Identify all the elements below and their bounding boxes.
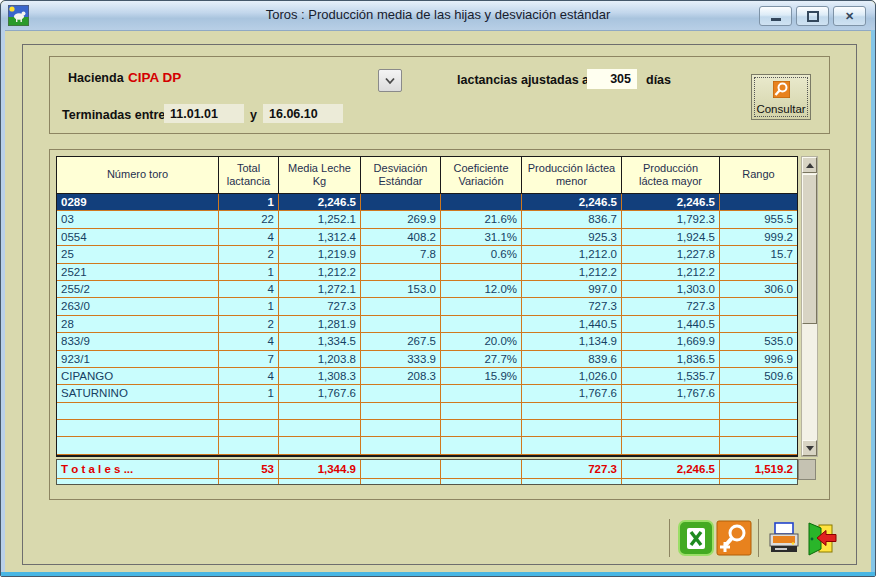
table-cell[interactable]: 153.0 — [361, 281, 441, 297]
table-cell[interactable]: 208.3 — [361, 368, 441, 384]
date-from-input[interactable] — [164, 104, 244, 123]
table-cell[interactable]: 2,246.5 — [279, 194, 361, 210]
table-cell[interactable]: 2521 — [57, 264, 219, 280]
table-cell[interactable]: 1,535.7 — [622, 368, 720, 384]
table-cell[interactable]: 1,212.2 — [279, 264, 361, 280]
table-cell[interactable] — [361, 264, 441, 280]
table-cell[interactable]: 1,312.4 — [279, 229, 361, 245]
scrollbar-thumb[interactable] — [802, 174, 817, 324]
table-cell[interactable]: 727.3 — [522, 298, 622, 314]
table-cell[interactable]: 727.3 — [279, 298, 361, 314]
table-cell[interactable] — [361, 298, 441, 314]
table-cell[interactable]: 1,219.9 — [279, 246, 361, 262]
table-cell[interactable]: 839.6 — [522, 351, 622, 367]
table-cell[interactable]: 1,026.0 — [522, 368, 622, 384]
table-row[interactable]: 2521,219.97.80.6%1,212.01,227.815.7 — [57, 246, 797, 263]
table-cell[interactable]: 1,281.9 — [279, 316, 361, 332]
table-row[interactable]: 028912,246.52,246.52,246.5 — [57, 194, 797, 211]
table-cell[interactable]: 1,212.0 — [522, 246, 622, 262]
table-row[interactable]: CIPANGO41,308.3208.315.9%1,026.01,535.75… — [57, 368, 797, 385]
table-cell[interactable] — [57, 420, 219, 436]
table-cell[interactable]: 4 — [219, 281, 279, 297]
table-cell[interactable] — [720, 298, 797, 314]
table-cell[interactable] — [441, 298, 522, 314]
table-cell[interactable] — [57, 403, 219, 419]
print-button[interactable] — [766, 522, 802, 558]
table-cell[interactable]: 1,212.2 — [522, 264, 622, 280]
table-cell[interactable]: 1,767.6 — [522, 385, 622, 401]
table-cell[interactable]: 255/2 — [57, 281, 219, 297]
hacienda-dropdown-button[interactable] — [378, 69, 402, 92]
table-cell[interactable]: 15.9% — [441, 368, 522, 384]
table-cell[interactable]: 2,246.5 — [522, 194, 622, 210]
table-cell[interactable] — [219, 403, 279, 419]
table-cell[interactable]: 0554 — [57, 229, 219, 245]
table-cell[interactable] — [361, 316, 441, 332]
table-cell[interactable] — [720, 264, 797, 280]
table-cell[interactable]: 7.8 — [361, 246, 441, 262]
table-cell[interactable] — [279, 420, 361, 436]
table-cell[interactable]: 1 — [219, 264, 279, 280]
table-row[interactable] — [57, 403, 797, 420]
table-cell[interactable]: 1,792.3 — [622, 211, 720, 227]
table-cell[interactable]: 1,767.6 — [622, 385, 720, 401]
table-cell[interactable] — [622, 403, 720, 419]
table-cell[interactable] — [361, 385, 441, 401]
table-cell[interactable]: 22 — [219, 211, 279, 227]
table-cell[interactable] — [219, 420, 279, 436]
close-button[interactable]: ✕ — [833, 6, 866, 26]
table-cell[interactable]: 269.9 — [361, 211, 441, 227]
table-cell[interactable]: 1,252.1 — [279, 211, 361, 227]
table-cell[interactable] — [622, 437, 720, 453]
date-to-input[interactable] — [263, 104, 343, 123]
lactancias-input[interactable] — [587, 69, 637, 89]
table-cell[interactable]: 306.0 — [720, 281, 797, 297]
table-cell[interactable] — [441, 420, 522, 436]
table-cell[interactable]: 0289 — [57, 194, 219, 210]
table-row[interactable]: SATURNINO11,767.61,767.61,767.6 — [57, 385, 797, 402]
table-cell[interactable]: 955.5 — [720, 211, 797, 227]
restore-button[interactable] — [796, 6, 829, 26]
table-cell[interactable] — [441, 316, 522, 332]
table-row[interactable]: 055441,312.4408.231.1%925.31,924.5999.2 — [57, 229, 797, 246]
scroll-up-button[interactable] — [802, 157, 817, 173]
excel-export-button[interactable] — [678, 520, 714, 556]
table-cell[interactable]: 20.0% — [441, 333, 522, 349]
table-cell[interactable]: 7 — [219, 351, 279, 367]
table-cell[interactable]: 833/9 — [57, 333, 219, 349]
table-row[interactable] — [57, 437, 797, 454]
table-cell[interactable]: 2 — [219, 246, 279, 262]
table-cell[interactable] — [720, 385, 797, 401]
table-cell[interactable] — [522, 437, 622, 453]
exit-button[interactable] — [804, 522, 840, 558]
table-cell[interactable] — [441, 264, 522, 280]
table-cell[interactable]: 03 — [57, 211, 219, 227]
table-cell[interactable]: 4 — [219, 333, 279, 349]
table-cell[interactable]: 1,334.5 — [279, 333, 361, 349]
table-cell[interactable]: 2,246.5 — [622, 194, 720, 210]
table-cell[interactable]: 535.0 — [720, 333, 797, 349]
table-cell[interactable]: 4 — [219, 368, 279, 384]
vertical-scrollbar[interactable] — [801, 156, 818, 457]
table-cell[interactable]: 0.6% — [441, 246, 522, 262]
table-row[interactable]: 833/941,334.5267.520.0%1,134.91,669.9535… — [57, 333, 797, 350]
table-cell[interactable] — [522, 420, 622, 436]
table-cell[interactable] — [279, 403, 361, 419]
table-cell[interactable] — [219, 437, 279, 453]
table-row[interactable]: 03221,252.1269.921.6%836.71,792.3955.5 — [57, 211, 797, 228]
table-cell[interactable]: 12.0% — [441, 281, 522, 297]
table-cell[interactable]: 1,767.6 — [279, 385, 361, 401]
table-cell[interactable]: 2 — [219, 316, 279, 332]
table-cell[interactable] — [720, 316, 797, 332]
table-cell[interactable]: 333.9 — [361, 351, 441, 367]
table-cell[interactable] — [361, 194, 441, 210]
table-cell[interactable] — [720, 194, 797, 210]
table-cell[interactable] — [361, 437, 441, 453]
table-cell[interactable]: 997.0 — [522, 281, 622, 297]
table-cell[interactable]: 28 — [57, 316, 219, 332]
zoom-button[interactable] — [716, 520, 752, 556]
table-cell[interactable]: 1,212.2 — [622, 264, 720, 280]
table-cell[interactable] — [720, 403, 797, 419]
table-cell[interactable]: 1,924.5 — [622, 229, 720, 245]
table-cell[interactable]: 727.3 — [622, 298, 720, 314]
